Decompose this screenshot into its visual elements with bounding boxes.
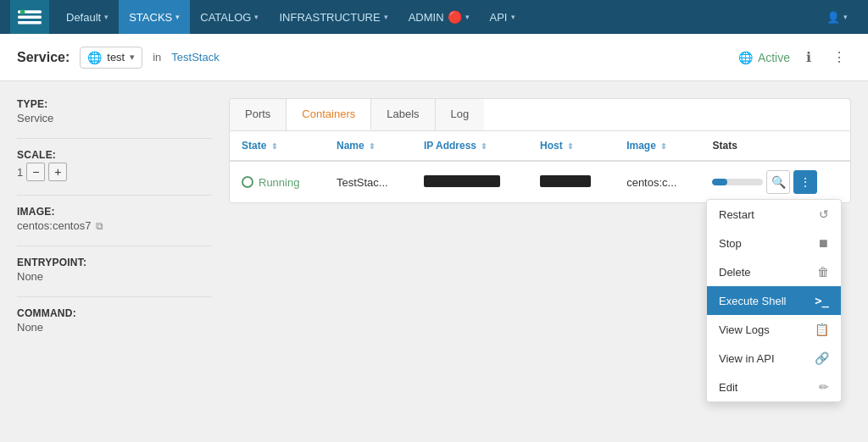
in-label: in xyxy=(153,51,161,64)
command-value: None xyxy=(17,321,212,334)
nav-admin[interactable]: ADMIN 🔴 ▾ xyxy=(398,0,480,34)
col-ip[interactable]: IP Address ⇕ xyxy=(412,131,528,161)
edit-icon: ✏ xyxy=(819,380,829,394)
main-layout: Type: Service Scale: 1 − + Image: centos… xyxy=(0,81,868,442)
service-icon: 🌐 xyxy=(87,51,102,64)
tabs-bar: Ports Containers Labels Log xyxy=(229,98,851,130)
scale-increase-button[interactable]: + xyxy=(48,163,67,181)
page-title: Service: xyxy=(17,50,70,65)
tab-labels[interactable]: Labels xyxy=(371,99,435,130)
entrypoint-value: None xyxy=(17,270,212,283)
state-text: Running xyxy=(259,176,299,189)
nav-default[interactable]: Default ▾ xyxy=(56,0,119,34)
stats-bar xyxy=(712,179,727,185)
menu-restart[interactable]: Restart ↺ xyxy=(707,200,841,229)
menu-stop[interactable]: Stop ⏹ xyxy=(707,229,841,257)
table-container: State ⇕ Name ⇕ IP Address ⇕ Host xyxy=(229,130,851,203)
context-menu: Restart ↺ Stop ⏹ Delete 🗑 Execute Shell … xyxy=(706,199,842,402)
type-label: Type: xyxy=(17,98,212,110)
sort-name-icon: ⇕ xyxy=(369,142,376,151)
nav-api[interactable]: API ▾ xyxy=(480,0,526,34)
scale-controls: 1 − + xyxy=(17,163,212,181)
col-state[interactable]: State ⇕ xyxy=(230,131,325,161)
nav-catalog[interactable]: CATALOG ▾ xyxy=(190,0,269,34)
logo[interactable] xyxy=(10,0,49,34)
api-icon: 🔗 xyxy=(815,351,829,365)
status-text: Active xyxy=(758,51,790,64)
scale-label: Scale: xyxy=(17,149,212,161)
nav-default-arrow: ▾ xyxy=(104,13,108,21)
info-button[interactable]: ℹ xyxy=(797,46,821,69)
more-actions-button[interactable]: ⋮ xyxy=(793,170,817,194)
col-host[interactable]: Host ⇕ xyxy=(528,131,615,161)
sidebar-scale-section: Scale: 1 − + xyxy=(17,149,212,181)
stats-bar-container xyxy=(712,179,763,185)
menu-execute-shell[interactable]: Execute Shell >_ xyxy=(707,286,841,315)
sidebar-type-section: Type: Service xyxy=(17,98,212,124)
state-indicator xyxy=(242,176,253,188)
copy-icon[interactable]: ⧉ xyxy=(96,220,103,232)
menu-edit[interactable]: Edit ✏ xyxy=(707,373,841,401)
nav-stacks-arrow: ▾ xyxy=(175,13,180,21)
col-image[interactable]: Image ⇕ xyxy=(615,131,700,161)
sort-state-icon: ⇕ xyxy=(271,142,278,151)
header-right: 🌐 Active ℹ ⋮ xyxy=(738,46,851,69)
cell-ip xyxy=(412,161,528,202)
image-value: centos:centos7 ⧉ xyxy=(17,219,212,232)
sidebar: Type: Service Scale: 1 − + Image: centos… xyxy=(17,98,212,425)
nav-infrastructure-arrow: ▾ xyxy=(384,13,388,21)
divider-3 xyxy=(17,246,212,246)
host-redacted xyxy=(540,175,591,187)
entrypoint-label: Entrypoint: xyxy=(17,257,212,268)
command-label: Command: xyxy=(17,307,212,319)
svg-rect-1 xyxy=(18,16,42,19)
cell-name[interactable]: TestStac... xyxy=(325,161,412,202)
menu-delete[interactable]: Delete 🗑 xyxy=(707,257,841,286)
containers-table: State ⇕ Name ⇕ IP Address ⇕ Host xyxy=(230,131,850,202)
divider-1 xyxy=(17,138,212,139)
col-name[interactable]: Name ⇕ xyxy=(325,131,412,161)
col-stats: Stats xyxy=(700,131,850,161)
search-logs-button[interactable]: 🔍 xyxy=(766,170,790,194)
row-actions: 🔍 ⋮ xyxy=(712,170,838,194)
cell-state: Running xyxy=(230,161,325,202)
ip-redacted xyxy=(424,175,500,187)
content-area: Ports Containers Labels Log State ⇕ Name… xyxy=(229,98,851,425)
tab-ports[interactable]: Ports xyxy=(230,99,287,130)
service-dropdown-arrow: ▾ xyxy=(130,52,135,63)
table-row: Running TestStac... cen xyxy=(230,161,850,202)
type-value: Service xyxy=(17,112,212,124)
tab-containers[interactable]: Containers xyxy=(287,99,371,130)
nav-user[interactable]: 👤 ▾ xyxy=(816,0,858,34)
divider-4 xyxy=(17,296,212,297)
service-name-label: test xyxy=(107,51,125,64)
svg-rect-2 xyxy=(18,21,42,25)
nav-infrastructure[interactable]: INFRASTRUCTURE ▾ xyxy=(269,0,398,34)
sort-host-icon: ⇕ xyxy=(567,142,574,151)
sidebar-entrypoint-section: Entrypoint: None xyxy=(17,257,212,283)
scale-decrease-button[interactable]: − xyxy=(26,163,45,181)
delete-icon: 🗑 xyxy=(817,265,829,279)
status-badge: 🌐 Active xyxy=(738,51,790,64)
nav-right: 👤 ▾ xyxy=(816,0,858,34)
nav-catalog-arrow: ▾ xyxy=(254,13,259,21)
sort-ip-icon: ⇕ xyxy=(481,142,487,151)
restart-icon: ↺ xyxy=(819,207,829,221)
top-navigation: Default ▾ STACKS ▾ CATALOG ▾ INFRASTRUCT… xyxy=(0,0,868,34)
page-header: Service: 🌐 test ▾ in TestStack 🌐 Active … xyxy=(0,34,868,81)
nav-stacks[interactable]: STACKS ▾ xyxy=(119,0,190,34)
svg-point-3 xyxy=(20,9,25,14)
sidebar-image-section: Image: centos:centos7 ⧉ xyxy=(17,206,212,232)
menu-view-api[interactable]: View in API 🔗 xyxy=(707,344,841,373)
divider-2 xyxy=(17,195,212,196)
tab-log[interactable]: Log xyxy=(436,99,485,130)
cell-stats: 🔍 ⋮ xyxy=(700,161,850,202)
more-options-button[interactable]: ⋮ xyxy=(827,46,851,69)
nav-admin-arrow: ▾ xyxy=(465,13,470,21)
cell-image: centos:c... xyxy=(615,161,700,202)
menu-view-logs[interactable]: View Logs 📋 xyxy=(707,315,841,344)
nav-admin-alert: 🔴 xyxy=(448,10,462,24)
nav-api-arrow: ▾ xyxy=(511,13,515,21)
service-selector[interactable]: 🌐 test ▾ xyxy=(80,47,142,69)
stack-link[interactable]: TestStack xyxy=(171,51,219,64)
